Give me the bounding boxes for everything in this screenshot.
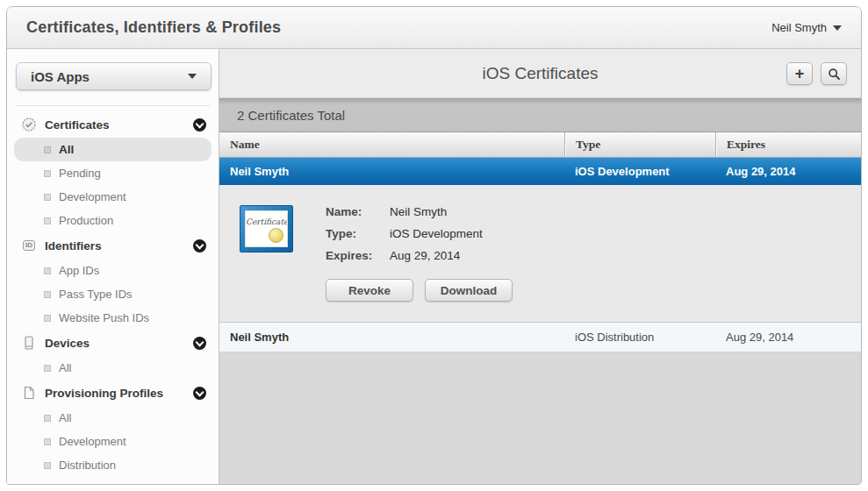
app-window: Certificates, Identifiers & Profiles Nei… [6, 6, 862, 485]
field-value: Aug 29, 2014 [390, 249, 460, 262]
sidebar-section-provisioning-profiles[interactable]: Provisioning Profiles [7, 380, 219, 406]
main-content: iOS Certificates + 2 Certificates Total [219, 49, 861, 484]
sidebar-item-pass-type-ids[interactable]: Pass Type IDs [7, 282, 219, 306]
certificate-thumb-text: Certificate [246, 217, 287, 226]
chevron-circle-icon[interactable] [193, 337, 206, 350]
document-icon [21, 385, 37, 401]
field-label: Type: [326, 227, 390, 240]
sidebar-item-label: Development [59, 435, 126, 448]
id-badge-text: ID [23, 240, 35, 251]
certificate-detail-panel: Certificate Name: Neil Smyth Type: iOS D… [219, 185, 861, 323]
id-badge-icon: ID [21, 238, 37, 253]
sidebar-item-profiles-development[interactable]: Development [7, 430, 219, 453]
bullet-icon [44, 146, 51, 153]
cell-type: iOS Development [564, 165, 715, 178]
detail-field-type: Type: iOS Development [326, 227, 483, 240]
sidebar-section-certificates[interactable]: Certificates [7, 111, 219, 138]
sidebar-section-label: Certificates [45, 118, 193, 132]
page-title: Certificates, Identifiers & Profiles [26, 18, 281, 37]
chevron-down-icon [833, 25, 842, 31]
sidebar-item-label: Website Push IDs [59, 311, 149, 324]
field-value: iOS Development [390, 227, 483, 240]
sidebar-item-certificates-all[interactable]: All [14, 138, 212, 161]
detail-field-name: Name: Neil Smyth [326, 205, 483, 218]
search-button[interactable] [821, 62, 847, 85]
magnifier-icon [828, 68, 841, 81]
gold-seal-icon [269, 228, 283, 243]
sidebar-divider [16, 105, 210, 106]
sidebar-section-identifiers[interactable]: ID Identifiers [7, 232, 219, 259]
sidebar-item-label: Pending [59, 167, 101, 180]
cell-expires: Aug 29, 2014 [715, 165, 861, 178]
cell-name: Neil Smyth [219, 165, 564, 178]
empty-area [219, 352, 861, 484]
sidebar-item-label: All [59, 411, 71, 424]
table-row[interactable]: Neil Smyth iOS Distribution Aug 29, 2014 [219, 323, 861, 352]
bullet-icon [44, 365, 51, 372]
revoke-button[interactable]: Revoke [326, 279, 413, 302]
column-header-name[interactable]: Name [219, 132, 564, 157]
sidebar-item-label: All [59, 361, 71, 374]
sidebar-item-label: App IDs [59, 264, 99, 277]
sidebar-section-label: Provisioning Profiles [45, 387, 193, 400]
main-toolbar: + [786, 62, 847, 85]
team-selector-dropdown[interactable]: iOS Apps [16, 62, 212, 90]
sidebar-item-certificates-pending[interactable]: Pending [7, 161, 219, 185]
sidebar-item-website-push-ids[interactable]: Website Push IDs [7, 306, 219, 330]
certificates-total-text: 2 Certificates Total [237, 108, 345, 123]
detail-field-expires: Expires: Aug 29, 2014 [326, 249, 483, 262]
sidebar-section-devices[interactable]: Devices [7, 330, 219, 356]
chevron-circle-icon[interactable] [193, 118, 206, 132]
chevron-down-icon [188, 74, 197, 79]
table-row-selected[interactable]: Neil Smyth iOS Development Aug 29, 2014 [219, 158, 861, 185]
mobile-device-icon [21, 335, 37, 351]
sidebar-section-label: Identifiers [45, 239, 193, 253]
download-button[interactable]: Download [425, 279, 513, 302]
sidebar-item-label: Pass Type IDs [59, 288, 133, 301]
top-header-bar: Certificates, Identifiers & Profiles Nei… [7, 7, 861, 49]
table-header-row: Name Type Expires [219, 132, 861, 158]
chevron-circle-icon[interactable] [193, 239, 206, 253]
sidebar: iOS Apps Certificates All Pending [7, 49, 219, 484]
sidebar-item-label: Distribution [59, 459, 116, 472]
bullet-icon [44, 438, 51, 445]
sidebar-item-profiles-all[interactable]: All [7, 406, 219, 430]
cell-type: iOS Distribution [564, 331, 715, 344]
field-value: Neil Smyth [390, 205, 447, 218]
sidebar-item-certificates-development[interactable]: Development [7, 185, 219, 209]
main-title: iOS Certificates [483, 64, 599, 83]
seal-icon [21, 117, 37, 132]
column-header-expires[interactable]: Expires [715, 132, 861, 157]
sidebar-item-profiles-distribution[interactable]: Distribution [7, 453, 219, 477]
sidebar-item-label: Development [59, 190, 126, 203]
chevron-circle-icon[interactable] [193, 387, 206, 400]
field-label: Expires: [326, 249, 390, 262]
sidebar-item-certificates-production[interactable]: Production [7, 209, 219, 232]
certificate-thumbnail: Certificate [240, 205, 293, 253]
add-certificate-button[interactable]: + [786, 62, 813, 85]
bullet-icon [44, 315, 51, 322]
bullet-icon [44, 194, 51, 201]
certificate-thumbnail-inner: Certificate [245, 210, 288, 247]
account-name: Neil Smyth [771, 21, 827, 34]
plus-icon: + [795, 66, 805, 82]
main-titlebar: iOS Certificates + [219, 49, 861, 98]
detail-fields: Name: Neil Smyth Type: iOS Development E… [326, 205, 483, 271]
sidebar-item-label: All [59, 143, 74, 156]
account-menu[interactable]: Neil Smyth [771, 21, 842, 34]
sidebar-section-label: Devices [45, 337, 193, 350]
detail-actions: Revoke Download [326, 279, 513, 302]
field-label: Name: [326, 205, 390, 218]
sidebar-item-devices-all[interactable]: All [7, 356, 219, 380]
bullet-icon [44, 267, 51, 274]
team-selector-label: iOS Apps [31, 69, 90, 84]
summary-bar: 2 Certificates Total [219, 98, 861, 132]
sidebar-item-label: Production [59, 214, 113, 227]
bullet-icon [44, 170, 51, 177]
bullet-icon [44, 291, 51, 298]
sidebar-item-app-ids[interactable]: App IDs [7, 259, 219, 282]
cell-expires: Aug 29, 2014 [715, 331, 861, 344]
bullet-icon [44, 217, 51, 224]
column-header-type[interactable]: Type [564, 132, 715, 157]
bullet-icon [44, 462, 51, 469]
